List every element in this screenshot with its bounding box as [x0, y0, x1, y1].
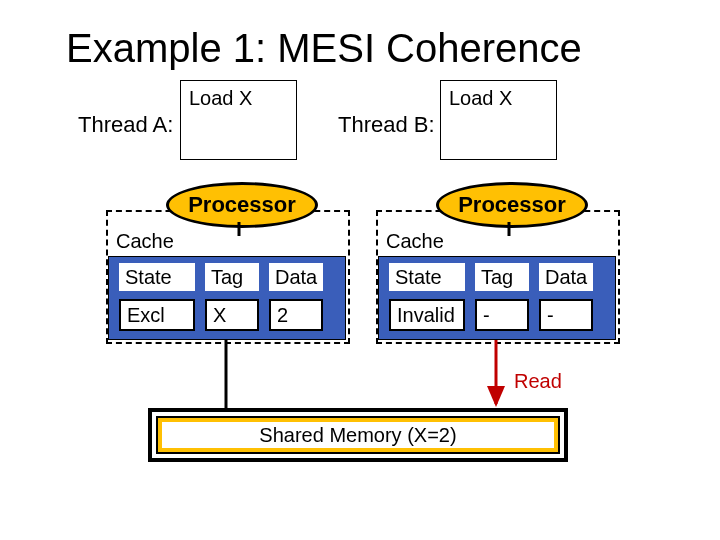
- cache-b-state: Invalid: [389, 299, 465, 331]
- processor-b: Processor: [436, 182, 588, 228]
- thread-a-label: Thread A:: [78, 112, 173, 138]
- cache-a-head-data: Data: [269, 263, 323, 291]
- shared-memory: Shared Memory (X=2): [148, 408, 568, 462]
- cache-a-head-state: State: [119, 263, 195, 291]
- cache-b-label: Cache: [386, 230, 444, 253]
- processor-a-label: Processor: [188, 192, 296, 218]
- thread-a-load-line-0: Load X: [181, 85, 296, 111]
- cache-a-data: 2: [269, 299, 323, 331]
- cache-a-head-tag: Tag: [205, 263, 259, 291]
- cache-a-tag: X: [205, 299, 259, 331]
- cache-a-label: Cache: [116, 230, 174, 253]
- cache-b-tag: -: [475, 299, 529, 331]
- cache-b-head-tag: Tag: [475, 263, 529, 291]
- cache-b-head-data: Data: [539, 263, 593, 291]
- thread-b-load-line-1: Load X: [441, 85, 556, 111]
- processor-b-label: Processor: [458, 192, 566, 218]
- thread-b-label: Thread B:: [338, 112, 435, 138]
- read-label: Read: [514, 370, 562, 393]
- cache-a-table: State Tag Data Excl X 2: [108, 256, 346, 340]
- diagram-root: Example 1: MESI Coherence Thread A: Load…: [0, 0, 720, 540]
- thread-b-load-box: Load X: [440, 80, 557, 160]
- cache-a-state: Excl: [119, 299, 195, 331]
- page-title: Example 1: MESI Coherence: [66, 26, 582, 71]
- thread-a-load-box: Load X: [180, 80, 297, 160]
- processor-a: Processor: [166, 182, 318, 228]
- shared-memory-label: Shared Memory (X=2): [259, 424, 456, 447]
- cache-b-table: State Tag Data Invalid - -: [378, 256, 616, 340]
- cache-b-data: -: [539, 299, 593, 331]
- cache-b-head-state: State: [389, 263, 465, 291]
